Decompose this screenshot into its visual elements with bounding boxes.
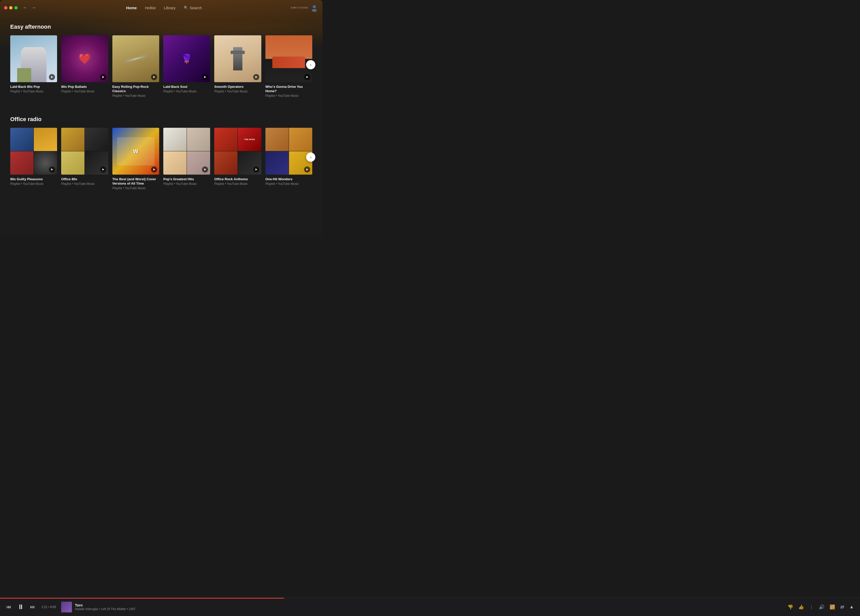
- next-arrow-office-radio[interactable]: ›: [306, 152, 315, 162]
- card-title: Who's Gonna Drive You Home?: [265, 85, 312, 93]
- card-thumb-office80s: [61, 128, 108, 174]
- card-title: Easy Rolling Pop-Rock Classics: [112, 85, 159, 93]
- next-arrow-easy-afternoon[interactable]: ›: [306, 60, 315, 69]
- card-laidbacksoul[interactable]: 🌹 Laid-Back Soul Playlist • YouTube Musi…: [163, 35, 210, 97]
- cards-wrapper-office-radio: 90s Guilty Pleasures Playlist • YouTube …: [10, 128, 312, 190]
- app-window: ← → Home Hotlist Library 🔍 Search EARLY …: [0, 0, 322, 236]
- card-thumb-laidbacksoul: 🌹: [163, 35, 210, 82]
- early-access-label: EARLY ACCESS: [291, 6, 308, 9]
- svg-marker-11: [153, 168, 155, 171]
- user-avatar[interactable]: [310, 3, 319, 12]
- svg-marker-14: [306, 168, 308, 171]
- card-subtitle: Playlist • YouTube Music: [112, 94, 159, 97]
- svg-marker-13: [256, 168, 257, 171]
- play-overlay: [253, 167, 259, 173]
- card-subtitle: Playlist • YouTube Music: [214, 182, 261, 185]
- card-title: Pop's Greatest Hits: [163, 177, 210, 182]
- header-right: EARLY ACCESS: [291, 3, 319, 12]
- svg-marker-5: [153, 76, 155, 78]
- nav-home[interactable]: Home: [126, 6, 137, 10]
- card-title: The Best (and Worst) Cover Versions of A…: [112, 177, 159, 186]
- card-officerock[interactable]: THE HIVES Office Rock Anthems Playlist •…: [214, 128, 261, 190]
- nav-arrows: ← →: [22, 4, 37, 11]
- card-subtitle: Playlist • YouTube Music: [10, 90, 57, 93]
- cards-wrapper-easy-afternoon: Laid-Back 80s Pop Playlist • YouTube Mus…: [10, 35, 312, 97]
- card-thumb-onehit: [265, 128, 312, 174]
- card-rollingpop[interactable]: Easy Rolling Pop-Rock Classics Playlist …: [112, 35, 159, 97]
- card-title: 80s Pop Ballads: [61, 85, 108, 89]
- card-thumb-pops: [163, 128, 210, 174]
- section-office-radio: Office radio: [0, 108, 322, 190]
- section-header-easy-afternoon: Easy afternoon: [10, 24, 312, 30]
- card-thumb-rollingpop: [112, 35, 159, 82]
- card-whos[interactable]: Who's Gonna Drive You Home? Playlist • Y…: [265, 35, 312, 97]
- play-overlay: [253, 74, 259, 80]
- card-thumb-laidback80s: [10, 35, 57, 82]
- card-thumb-90sguilty: [10, 128, 57, 174]
- card-subtitle: Playlist • YouTube Music: [61, 182, 108, 185]
- card-title: Office Rock Anthems: [214, 177, 261, 182]
- card-subtitle: Playlist • YouTube Music: [163, 182, 210, 185]
- card-pops[interactable]: Pop's Greatest Hits Playlist • YouTube M…: [163, 128, 210, 190]
- forward-button[interactable]: →: [30, 4, 37, 11]
- window-controls: [4, 6, 18, 9]
- card-subtitle: Playlist • YouTube Music: [265, 94, 312, 97]
- card-thumb-smooth: [214, 35, 261, 82]
- card-thumb-80sballads: ❤️: [61, 35, 108, 82]
- titlebar: ← → Home Hotlist Library 🔍 Search EARLY …: [0, 0, 322, 15]
- nav-library[interactable]: Library: [164, 6, 176, 10]
- card-80sballads[interactable]: ❤️ 80s Pop Ballads Playlist • YouTube Mu…: [61, 35, 108, 97]
- play-overlay: [100, 74, 106, 80]
- card-title: Office 80s: [61, 177, 108, 182]
- section-title-office-radio: Office radio: [10, 116, 41, 123]
- card-subtitle: Playlist • YouTube Music: [265, 182, 312, 185]
- section-easy-afternoon: Easy afternoon: [0, 15, 322, 97]
- section-title-easy-afternoon: Easy afternoon: [10, 24, 51, 30]
- svg-marker-12: [204, 168, 206, 171]
- card-bestworst[interactable]: W The Best (and Worst) Cover Versions of…: [112, 128, 159, 190]
- card-onehit[interactable]: One-Hit Wonders Playlist • YouTube Music: [265, 128, 312, 190]
- card-title: Laid-Back 80s Pop: [10, 85, 57, 89]
- svg-marker-9: [51, 168, 53, 171]
- svg-marker-4: [102, 76, 104, 78]
- main-content: Easy afternoon: [0, 15, 322, 236]
- card-subtitle: Playlist • YouTube Music: [10, 182, 57, 185]
- card-subtitle: Playlist • YouTube Music: [61, 90, 108, 93]
- search-button[interactable]: 🔍 Search: [184, 6, 202, 10]
- search-icon: 🔍: [184, 6, 188, 10]
- card-90sguilty[interactable]: 90s Guilty Pleasures Playlist • YouTube …: [10, 128, 57, 190]
- card-subtitle: Playlist • YouTube Music: [214, 90, 261, 93]
- search-label: Search: [190, 6, 202, 10]
- svg-point-1: [313, 5, 316, 8]
- card-thumb-officerock: THE HIVES: [214, 128, 261, 174]
- card-subtitle: Playlist • YouTube Music: [163, 90, 210, 93]
- nav-hotlist[interactable]: Hotlist: [145, 6, 155, 10]
- card-title: Smooth Operators: [214, 85, 261, 89]
- card-laidback80s[interactable]: Laid-Back 80s Pop Playlist • YouTube Mus…: [10, 35, 57, 97]
- card-smooth[interactable]: Smooth Operators Playlist • YouTube Musi…: [214, 35, 261, 97]
- card-thumb-bestworst: W: [112, 128, 159, 174]
- svg-marker-3: [51, 76, 53, 78]
- card-title: 90s Guilty Pleasures: [10, 177, 57, 182]
- close-button[interactable]: [4, 6, 8, 9]
- svg-marker-8: [306, 76, 308, 78]
- cards-row-office-radio: 90s Guilty Pleasures Playlist • YouTube …: [10, 128, 312, 190]
- maximize-button[interactable]: [14, 6, 18, 9]
- svg-marker-6: [204, 76, 206, 78]
- card-office80s[interactable]: Office 80s Playlist • YouTube Music: [61, 128, 108, 190]
- card-title: Laid-Back Soul: [163, 85, 210, 89]
- cards-row-easy-afternoon: Laid-Back 80s Pop Playlist • YouTube Mus…: [10, 35, 312, 97]
- card-thumb-whos: [265, 35, 312, 82]
- card-title: One-Hit Wonders: [265, 177, 312, 182]
- minimize-button[interactable]: [9, 6, 13, 9]
- play-overlay: [100, 167, 106, 173]
- svg-marker-10: [102, 168, 104, 171]
- section-header-office-radio: Office radio: [10, 116, 312, 123]
- back-button[interactable]: ←: [22, 4, 28, 11]
- main-nav: Home Hotlist Library 🔍 Search: [126, 6, 202, 10]
- card-subtitle: Playlist • YouTube Music: [112, 186, 159, 190]
- svg-marker-7: [256, 76, 257, 78]
